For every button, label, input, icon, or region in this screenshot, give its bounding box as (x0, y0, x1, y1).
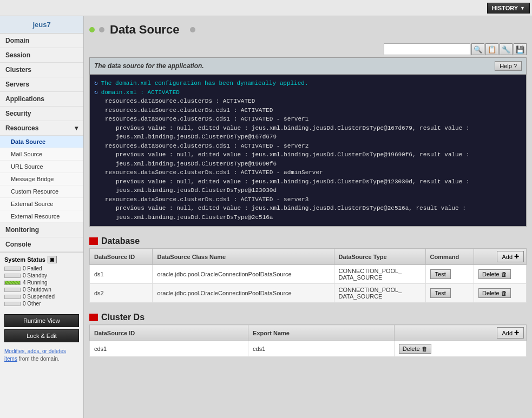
sidebar-item-data-source[interactable]: Data Source (0, 136, 83, 148)
dot-gray (99, 27, 104, 32)
sidebar-item-resources[interactable]: Resources ▾ (0, 121, 83, 136)
sidebar-item-external-resource[interactable]: External Resource (0, 210, 83, 223)
database-table-header-row: DataSource ID DataSource Class Name Data… (90, 249, 527, 265)
sidebar-item-custom-resource[interactable]: Custom Resource (0, 185, 83, 198)
sidebar-item-url-source[interactable]: URL Source (0, 161, 83, 173)
database-table: DataSource ID DataSource Class Name Data… (89, 248, 527, 303)
log-indent2-14: previous value : null, edited value : je… (94, 204, 522, 213)
log-text-4: resources.dataSource.clusterDs.cds1 : AC… (105, 116, 308, 122)
ds1-type: CONNECTION_POOL_DATA_SOURCE (334, 265, 425, 284)
ds1-id: ds1 (90, 265, 153, 284)
log-arrow-icon-1: ↻ (94, 88, 98, 97)
system-status-icon[interactable]: ▣ (48, 256, 57, 263)
toolbar-icon-btn-1[interactable]: 📋 (485, 43, 498, 55)
status-bar-other (4, 302, 21, 306)
log-indent2-12: jeus.xml.binding.jeusDd.ClusterDsType@12… (94, 186, 522, 195)
log-text-10: resources.dataSource.clusterDs.cds1 : AC… (105, 169, 323, 176)
database-row-ds1: ds1 oracle.jdbc.pool.OracleConnectionPoo… (90, 265, 527, 284)
username[interactable]: jeus7 (0, 16, 83, 34)
log-text-9: jeus.xml.binding.jeusDd.ClusterDsType@19… (116, 161, 277, 167)
sidebar-item-monitoring[interactable]: Monitoring (0, 223, 83, 237)
sidebar-sub-label: External Source (11, 201, 53, 207)
ds1-delete-cell: Delete 🗑 (474, 265, 526, 284)
cds1-delete-button[interactable]: Delete 🗑 (399, 344, 431, 354)
ds2-id: ds2 (90, 284, 153, 303)
log-text-2: resources.dataSource.clusterDs : ACTIVAT… (105, 98, 255, 104)
sidebar-item-label: Security (5, 110, 31, 117)
toolbar-icon-btn-2[interactable]: 🔧 (500, 43, 513, 55)
sidebar-sub-label: Mail Source (11, 151, 42, 157)
sidebar-item-external-source[interactable]: External Source (0, 198, 83, 210)
ds1-test-button[interactable]: Test (430, 269, 451, 279)
help-button[interactable]: Help ? (495, 61, 522, 71)
svg-rect-1 (89, 314, 98, 321)
page-header: Data Source (89, 21, 527, 39)
log-panel: The data source for the application. Hel… (89, 57, 527, 227)
database-add-button[interactable]: Add ✚ (497, 251, 524, 262)
database-row-ds2: ds2 oracle.jdbc.pool.OracleConnectionPoo… (90, 284, 527, 303)
status-bar-running (4, 281, 21, 285)
sidebar-item-clusters[interactable]: Clusters (0, 63, 83, 77)
status-bar-standby (4, 274, 21, 278)
sidebar-resources-submenu: Data Source Mail Source URL Source Messa… (0, 136, 83, 223)
cds1-export: cds1 (248, 341, 395, 357)
status-failed: 0 Failed (4, 266, 79, 271)
sidebar-item-session[interactable]: Session (0, 48, 83, 63)
sidebar-note: Modifies, adds, or deletes items from th… (0, 346, 83, 367)
status-label-failed: 0 Failed (23, 266, 42, 271)
database-section-header: Database (89, 232, 527, 248)
ds1-test-cell: Test (425, 265, 474, 284)
sidebar-sub-label: External Resource (11, 213, 60, 220)
search-button[interactable]: 🔍 (471, 43, 484, 55)
log-indent-7: resources.dataSource.clusterDs.cds1 : AC… (94, 142, 522, 151)
sidebar-item-label: Applications (5, 95, 44, 103)
sidebar-item-label: Clusters (5, 66, 31, 74)
sidebar-item-domain[interactable]: Domain (0, 34, 83, 48)
clusterds-add-button[interactable]: Add ✚ (497, 327, 524, 339)
status-label-shutdown: 0 Shutdown (23, 287, 51, 293)
ds2-delete-button[interactable]: Delete 🗑 (478, 288, 511, 298)
database-title: Database (101, 236, 140, 246)
log-text-12: jeus.xml.binding.jeusDd.ClusterDsType@12… (116, 187, 277, 194)
log-indent2-5: previous value : null, edited value : je… (94, 124, 522, 133)
ds1-delete-button[interactable]: Delete 🗑 (478, 269, 511, 279)
status-label-standby: 0 Standby (23, 273, 47, 278)
sidebar-item-servers[interactable]: Servers (0, 77, 83, 92)
toolbar-row: 🔍 📋 🔧 💾 (89, 43, 527, 55)
page-title: Data Source (110, 23, 179, 37)
header-dots (89, 27, 104, 32)
status-other: 0 Other (4, 301, 79, 307)
toolbar-icon-btn-3[interactable]: 💾 (514, 43, 527, 55)
sidebar-item-label: Monitoring (5, 226, 39, 234)
sidebar-item-console[interactable]: Console (0, 237, 83, 252)
search-input[interactable] (384, 43, 470, 55)
delete-icon-2: 🗑 (501, 290, 507, 296)
ds2-test-cell: Test (425, 284, 474, 303)
sidebar-item-applications[interactable]: Applications (0, 92, 83, 107)
content-inner: Data Source 🔍 📋 🔧 💾 The data source for … (84, 16, 532, 367)
log-text-3: resources.dataSource.clusterDs.cds1 : AC… (105, 107, 273, 114)
sidebar-item-message-bridge[interactable]: Message Bridge (0, 173, 83, 185)
lock-edit-button[interactable]: Lock & Edit (4, 329, 79, 342)
delete-icon: 🗑 (501, 271, 507, 277)
sidebar-item-label: Resources (5, 124, 38, 132)
log-indent-3: resources.dataSource.clusterDs.cds1 : AC… (94, 106, 522, 115)
sidebar-item-security[interactable]: Security (0, 107, 83, 121)
clusterds-add-icon: ✚ (514, 329, 519, 336)
sidebar-item-mail-source[interactable]: Mail Source (0, 148, 83, 161)
col-datasource-class: DataSource Class Name (153, 249, 334, 265)
runtime-view-button[interactable]: Runtime View (4, 314, 79, 327)
dot-gray2 (190, 27, 195, 32)
status-bar-failed (4, 267, 21, 271)
status-bar-shutdown (4, 288, 21, 292)
database-flag-icon (89, 237, 98, 245)
main-layout: jeus7 Domain Session Clusters Servers Ap… (0, 16, 532, 418)
sidebar-item-label: Servers (5, 81, 29, 88)
clusterds-header-row: DataSource ID Export Name Add ✚ (90, 325, 527, 341)
ds2-test-button[interactable]: Test (430, 288, 451, 298)
clusterds-flag-icon (89, 314, 98, 321)
ds1-class: oracle.jdbc.pool.OracleConnectionPoolDat… (153, 265, 334, 284)
history-button[interactable]: HISTORY ▼ (487, 3, 530, 14)
log-panel-header: The data source for the application. Hel… (90, 58, 526, 75)
sidebar: jeus7 Domain Session Clusters Servers Ap… (0, 16, 84, 418)
